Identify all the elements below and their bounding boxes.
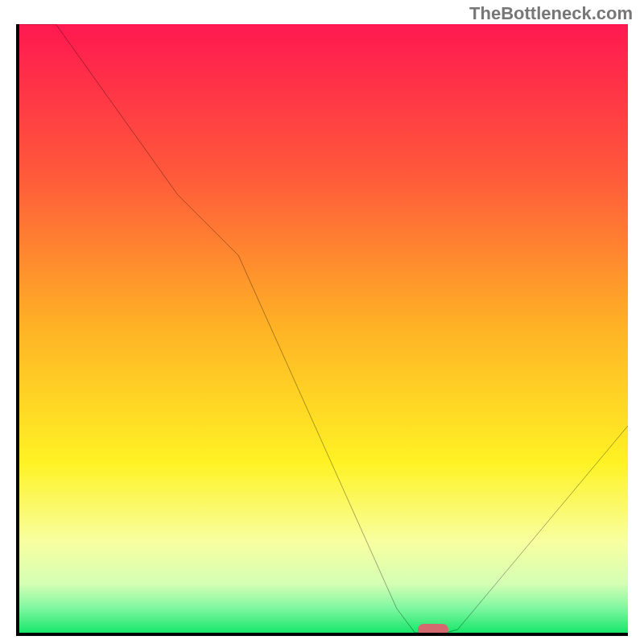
chart-container: TheBottleneck.com — [0, 0, 644, 644]
plot-area — [19, 24, 628, 633]
watermark-text: TheBottleneck.com — [469, 3, 633, 24]
optimal-marker — [418, 624, 448, 633]
bottleneck-curve — [19, 24, 628, 633]
